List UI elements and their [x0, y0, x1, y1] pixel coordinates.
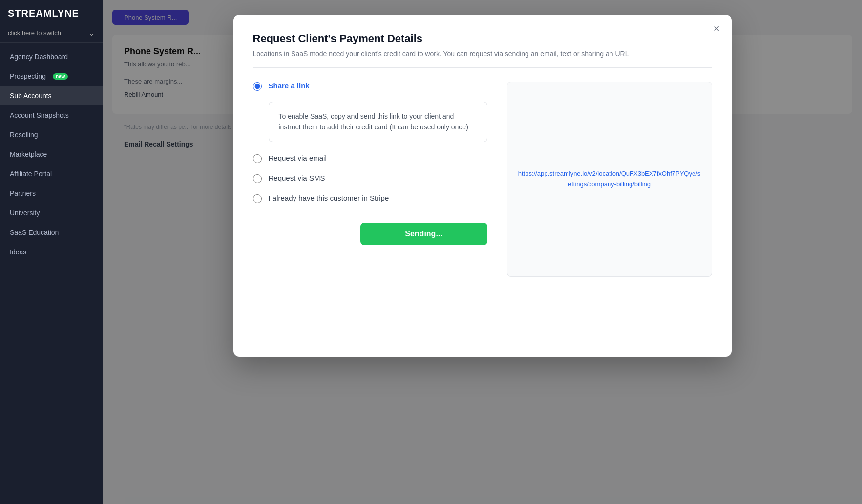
- sidebar-item-affiliate-portal[interactable]: Affiliate Portal: [0, 164, 103, 184]
- sidebar-badge-prospecting: new: [53, 73, 68, 80]
- modal-subtitle: Locations in SaaS mode need your client'…: [253, 50, 712, 68]
- sidebar-item-account-snapshots[interactable]: Account Snapshots: [0, 105, 103, 125]
- radio-option-stripe[interactable]: I already have this customer in Stripe: [253, 194, 487, 203]
- modal-right-panel: https://app.streamlyne.io/v2/location/Qu…: [507, 82, 712, 277]
- sidebar-item-sub-accounts[interactable]: Sub Accounts: [0, 86, 103, 105]
- sidebar-item-label-account-snapshots: Account Snapshots: [10, 111, 69, 119]
- modal-body: Share a link To enable SaaS, copy and se…: [253, 82, 712, 277]
- radio-option-email[interactable]: Request via email: [253, 154, 487, 163]
- sidebar-switch-label: click here to switch: [8, 29, 61, 37]
- sidebar-item-label-ideas: Ideas: [10, 248, 26, 256]
- radio-share-link[interactable]: [253, 82, 262, 91]
- sidebar-item-label-affiliate-portal: Affiliate Portal: [10, 170, 52, 178]
- sidebar-item-ideas[interactable]: Ideas: [0, 242, 103, 262]
- modal-close-button[interactable]: ×: [714, 23, 720, 34]
- sidebar-item-agency-dashboard[interactable]: Agency Dashboard: [0, 47, 103, 66]
- radio-sms[interactable]: [253, 174, 262, 183]
- modal-title: Request Client's Payment Details: [253, 32, 712, 45]
- sidebar-switch[interactable]: click here to switch ⌄: [0, 23, 103, 43]
- radio-stripe-label: I already have this customer in Stripe: [269, 194, 389, 202]
- radio-sms-label: Request via SMS: [269, 174, 325, 182]
- chevron-down-icon: ⌄: [88, 28, 95, 38]
- sidebar-item-prospecting[interactable]: Prospectingnew: [0, 66, 103, 86]
- radio-option-share-link[interactable]: Share a link: [253, 82, 487, 91]
- send-button[interactable]: Sending...: [360, 223, 487, 245]
- sidebar-item-label-reselling: Reselling: [10, 131, 38, 139]
- sidebar-item-label-agency-dashboard: Agency Dashboard: [10, 53, 68, 61]
- radio-option-sms[interactable]: Request via SMS: [253, 174, 487, 183]
- sidebar-item-saas-education[interactable]: SaaS Education: [0, 223, 103, 242]
- sidebar-logo: STREAMLYNE: [0, 0, 103, 23]
- modal-share-url: https://app.streamlyne.io/v2/location/Qu…: [517, 169, 702, 189]
- sidebar: STREAMLYNE click here to switch ⌄ Agency…: [0, 0, 103, 504]
- modal: × Request Client's Payment Details Locat…: [233, 15, 732, 357]
- radio-stripe[interactable]: [253, 194, 262, 203]
- sidebar-item-partners[interactable]: Partners: [0, 184, 103, 203]
- sidebar-item-label-marketplace: Marketplace: [10, 150, 47, 158]
- sidebar-item-label-sub-accounts: Sub Accounts: [10, 92, 52, 100]
- modal-left: Share a link To enable SaaS, copy and se…: [253, 82, 487, 277]
- sidebar-nav: Agency DashboardProspectingnewSub Accoun…: [0, 43, 103, 504]
- radio-email[interactable]: [253, 154, 262, 163]
- sidebar-item-marketplace[interactable]: Marketplace: [0, 145, 103, 164]
- sidebar-item-university[interactable]: University: [0, 203, 103, 223]
- sidebar-item-label-university: University: [10, 209, 40, 217]
- sidebar-item-label-saas-education: SaaS Education: [10, 229, 59, 236]
- modal-overlay: × Request Client's Payment Details Locat…: [103, 0, 862, 504]
- modal-footer: Sending...: [253, 223, 487, 245]
- main-content: Phone System R... Phone System R... This…: [103, 0, 862, 504]
- sidebar-item-label-prospecting: Prospecting: [10, 72, 46, 80]
- share-link-description: To enable SaaS, copy and send this link …: [269, 102, 487, 142]
- radio-email-label: Request via email: [269, 154, 327, 162]
- sidebar-item-label-partners: Partners: [10, 189, 36, 197]
- radio-share-link-label: Share a link: [269, 82, 310, 90]
- sidebar-item-reselling[interactable]: Reselling: [0, 125, 103, 145]
